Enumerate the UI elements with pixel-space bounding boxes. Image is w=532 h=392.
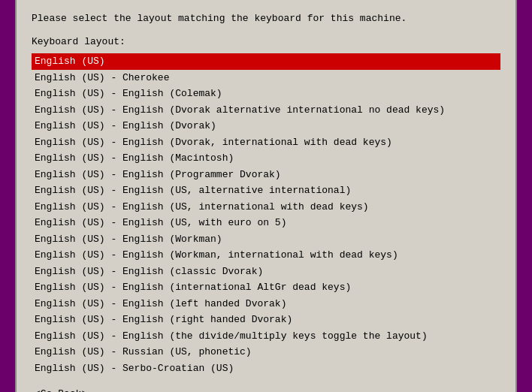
- list-item[interactable]: English (US) - English (classic Dvorak): [32, 264, 500, 280]
- configure-keyboard-dialog: [!] Configure the keyboard Please select…: [15, 0, 517, 392]
- list-item[interactable]: English (US) - English (Workman): [32, 231, 500, 248]
- list-item[interactable]: English (US) - English (left handed Dvor…: [32, 296, 500, 312]
- list-item[interactable]: English (US) - English (right handed Dvo…: [32, 312, 500, 328]
- list-item[interactable]: English (US) - English (Colemak): [32, 86, 500, 102]
- list-item[interactable]: English (US): [32, 53, 500, 70]
- list-item[interactable]: English (US) - Russian (US, phonetic): [32, 344, 500, 360]
- list-item[interactable]: English (US) - English (international Al…: [32, 279, 500, 296]
- list-item[interactable]: English (US) - Serbo-Croatian (US): [32, 360, 500, 377]
- list-item[interactable]: English (US) - English (the divide/multi…: [32, 328, 500, 345]
- go-back-button[interactable]: <Go Back>: [32, 387, 90, 392]
- keyboard-layout-list[interactable]: English (US)English (US) - CherokeeEngli…: [32, 53, 500, 376]
- list-item[interactable]: English (US) - English (Macintosh): [32, 150, 500, 167]
- list-item[interactable]: English (US) - English (US, internationa…: [32, 199, 500, 216]
- list-item[interactable]: English (US) - English (US, with euro on…: [32, 215, 500, 231]
- dialog-content: Please select the layout matching the ke…: [17, 0, 515, 392]
- list-item[interactable]: English (US) - English (Dvorak, internat…: [32, 134, 500, 151]
- list-item[interactable]: English (US) - English (Dvorak): [32, 118, 500, 134]
- list-item[interactable]: English (US) - Cherokee: [32, 70, 500, 86]
- list-item[interactable]: English (US) - English (Dvorak alternati…: [32, 102, 500, 119]
- keyboard-layout-label: Keyboard layout:: [32, 36, 500, 47]
- list-item[interactable]: English (US) - English (Workman, interna…: [32, 247, 500, 264]
- list-item[interactable]: English (US) - English (US, alternative …: [32, 182, 500, 199]
- list-item[interactable]: English (US) - English (Programmer Dvora…: [32, 167, 500, 183]
- instruction-text: Please select the layout matching the ke…: [32, 12, 500, 26]
